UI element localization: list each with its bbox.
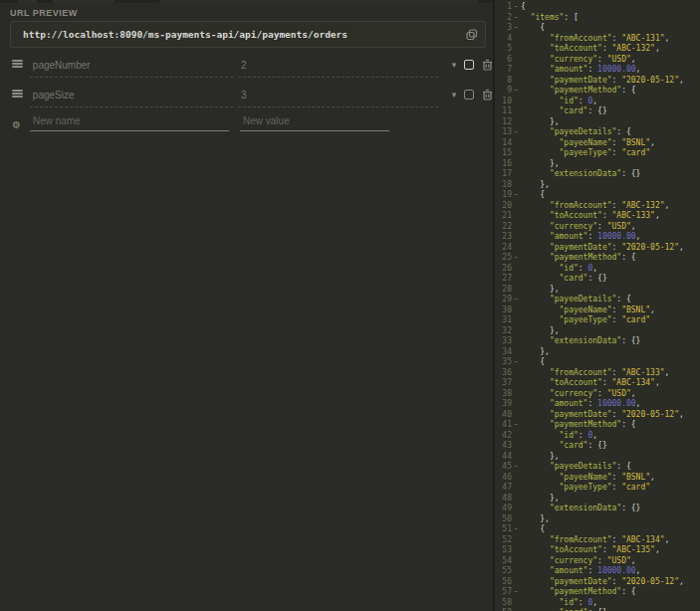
code-line: 29- "payeeDetails": { [495,295,700,306]
line-number: 3 [495,23,512,34]
line-number: 14 [495,138,512,149]
fold-gutter [512,285,521,296]
fold-gutter [512,566,521,577]
copy-url-button[interactable] [459,22,485,47]
fold-marker[interactable]: - [512,13,521,24]
param-value-field[interactable]: 2 [238,54,438,78]
param-enabled-checkbox[interactable] [464,60,474,70]
fold-gutter [512,201,521,212]
code-line: 5 "toAccount": "ABC-132", [495,44,700,55]
fold-gutter [512,274,521,285]
code-text: "extensionData": {} [521,504,640,514]
line-number: 21 [495,211,512,222]
url-preview-label: URL PREVIEW [10,8,78,18]
fold-marker[interactable]: - [512,420,521,431]
line-number: 7 [495,65,512,76]
code-line: 49 "extensionData": {} [495,504,700,514]
param-name-field[interactable]: pageSize [30,84,233,107]
param-row-controls: ▾ [447,54,493,78]
fold-marker[interactable]: - [512,23,521,34]
line-number: 56 [495,577,512,588]
param-value-field[interactable]: 3 [238,84,438,107]
code-line: 42 "id": 0, [495,431,700,442]
line-number: 42 [495,431,512,442]
tab-bar-edge [0,0,493,3]
code-line: 41- "paymentMethod": { [495,420,700,431]
code-text: "card": {} [521,441,607,452]
fold-marker[interactable]: - [512,2,521,13]
url-preview-text[interactable]: http://localhost:8090/ms-payments-api/ap… [11,29,459,40]
fold-gutter [512,410,521,421]
code-line: 45- "payeeDetails": { [495,462,700,473]
url-preview-box[interactable]: http://localhost:8090/ms-payments-api/ap… [10,21,486,48]
line-number: 15 [495,148,512,159]
gear-icon[interactable]: ⚙ [12,120,21,130]
delete-param-button[interactable] [482,59,493,71]
chevron-down-icon[interactable]: ▾ [447,60,461,70]
code-text: }, [521,159,560,170]
new-param-name-input[interactable] [30,115,229,131]
code-line: 39 "amount": 10000.00, [495,399,700,410]
code-line: 32 }, [495,326,700,337]
param-name-field[interactable]: pageNumber [30,54,233,78]
fold-marker[interactable]: - [512,295,521,306]
fold-marker[interactable]: - [512,253,521,264]
line-number: 28 [495,285,512,296]
code-text: "toAccount": "ABC-135", [521,545,660,556]
fold-gutter [512,326,521,337]
code-text: "amount": 10000.00, [521,566,640,577]
code-text: { [521,357,545,368]
code-line: 34 }, [495,347,700,358]
line-number: 30 [495,306,512,316]
code-text: "payeeType": "card" [521,148,650,159]
fold-gutter [512,117,521,128]
line-number: 53 [495,545,512,556]
line-number: 40 [495,410,512,421]
drag-handle-icon[interactable] [12,60,23,68]
fold-gutter [512,44,521,55]
code-text: "payeeType": "card" [521,483,650,494]
fold-marker[interactable]: - [512,127,521,138]
param-enabled-checkbox[interactable] [464,90,474,100]
fold-marker[interactable]: - [512,190,521,201]
fold-gutter [512,169,521,180]
fold-marker[interactable]: - [512,462,521,473]
trash-icon [482,59,493,71]
code-text: "fromAccount": "ABC-132", [521,201,669,212]
code-text: }, [521,180,550,191]
fold-gutter [512,514,521,525]
fold-marker[interactable]: - [512,357,521,368]
drag-handle-icon[interactable] [12,90,23,98]
fold-marker[interactable]: - [512,86,521,97]
code-line: 56 "paymentDate": "2020-05-12", [495,577,700,588]
fold-gutter [512,243,521,254]
fold-gutter [512,264,521,275]
code-line: 36 "fromAccount": "ABC-133", [495,368,700,379]
fold-gutter [512,368,521,379]
response-viewer[interactable]: 1-{2- "items": [3- {4 "fromAccount": "AB… [495,0,700,611]
code-text: "payeeName": "BSNL", [521,306,655,316]
line-number: 6 [495,55,512,66]
code-text: "toAccount": "ABC-132", [521,44,660,55]
fold-marker[interactable]: - [512,524,521,535]
fold-gutter [512,55,521,66]
code-text: "currency": "USD", [521,556,636,567]
fold-marker[interactable]: - [512,587,521,598]
fold-gutter [512,65,521,76]
line-number: 18 [495,180,512,191]
fold-gutter [512,106,521,117]
fold-gutter [512,577,521,588]
delete-param-button[interactable] [482,89,493,101]
code-text: "amount": 10000.00, [521,399,640,410]
code-text: "id": 0, [521,97,597,107]
fold-gutter [512,494,521,505]
line-number: 50 [495,514,512,525]
code-text: "paymentMethod": { [521,587,636,598]
new-param-value-input[interactable] [240,115,389,131]
chevron-down-icon[interactable]: ▾ [447,90,461,100]
code-text: "card": {} [521,106,607,117]
code-line: 37 "toAccount": "ABC-134", [495,378,700,389]
code-line: 33 "extensionData": {} [495,336,700,347]
fold-gutter [512,389,521,400]
fold-gutter [512,138,521,149]
